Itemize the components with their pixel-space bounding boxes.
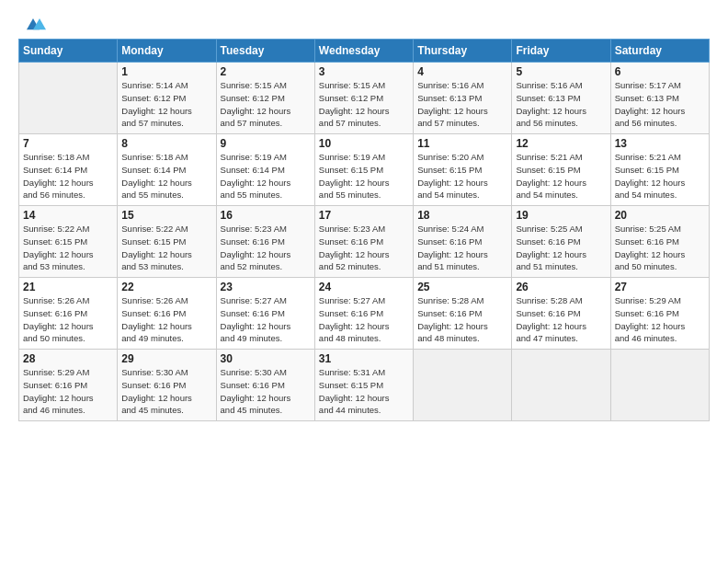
calendar-cell: 10Sunrise: 5:19 AM Sunset: 6:15 PM Dayli… bbox=[314, 134, 413, 206]
calendar-cell: 19Sunrise: 5:25 AM Sunset: 6:16 PM Dayli… bbox=[512, 206, 610, 278]
day-info: Sunrise: 5:15 AM Sunset: 6:12 PM Dayligh… bbox=[319, 79, 409, 130]
day-number: 16 bbox=[221, 209, 311, 222]
day-info: Sunrise: 5:31 AM Sunset: 6:15 PM Dayligh… bbox=[319, 366, 409, 417]
calendar-cell: 27Sunrise: 5:29 AM Sunset: 6:16 PM Dayli… bbox=[610, 278, 709, 350]
calendar-cell: 8Sunrise: 5:18 AM Sunset: 6:14 PM Daylig… bbox=[118, 134, 216, 206]
col-header-friday: Friday bbox=[512, 40, 610, 63]
week-row-0: 1Sunrise: 5:14 AM Sunset: 6:12 PM Daylig… bbox=[19, 63, 710, 134]
day-info: Sunrise: 5:24 AM Sunset: 6:16 PM Dayligh… bbox=[417, 223, 507, 273]
col-header-tuesday: Tuesday bbox=[216, 40, 314, 63]
calendar-cell: 16Sunrise: 5:23 AM Sunset: 6:16 PM Dayli… bbox=[216, 206, 314, 278]
calendar-cell: 3Sunrise: 5:15 AM Sunset: 6:12 PM Daylig… bbox=[314, 63, 413, 134]
day-info: Sunrise: 5:21 AM Sunset: 6:15 PM Dayligh… bbox=[615, 151, 705, 201]
day-number: 20 bbox=[615, 209, 705, 222]
day-info: Sunrise: 5:28 AM Sunset: 6:16 PM Dayligh… bbox=[417, 294, 507, 345]
col-header-saturday: Saturday bbox=[610, 40, 709, 63]
calendar-cell: 22Sunrise: 5:26 AM Sunset: 6:16 PM Dayli… bbox=[118, 278, 216, 350]
calendar-cell: 13Sunrise: 5:21 AM Sunset: 6:15 PM Dayli… bbox=[610, 134, 709, 206]
day-number: 25 bbox=[417, 281, 507, 293]
calendar-cell bbox=[512, 350, 610, 421]
logo-bird-icon bbox=[20, 15, 46, 33]
day-info: Sunrise: 5:16 AM Sunset: 6:13 PM Dayligh… bbox=[516, 79, 606, 130]
day-number: 29 bbox=[121, 352, 211, 365]
day-number: 1 bbox=[121, 65, 211, 78]
day-info: Sunrise: 5:28 AM Sunset: 6:16 PM Dayligh… bbox=[516, 294, 606, 345]
day-number: 12 bbox=[516, 137, 606, 150]
calendar-cell: 5Sunrise: 5:16 AM Sunset: 6:13 PM Daylig… bbox=[512, 63, 610, 134]
col-header-monday: Monday bbox=[118, 40, 216, 63]
calendar-table: SundayMondayTuesdayWednesdayThursdayFrid… bbox=[18, 39, 710, 421]
day-info: Sunrise: 5:18 AM Sunset: 6:14 PM Dayligh… bbox=[23, 151, 113, 201]
calendar-cell: 26Sunrise: 5:28 AM Sunset: 6:16 PM Dayli… bbox=[512, 278, 610, 350]
day-number: 18 bbox=[417, 209, 507, 222]
calendar-cell bbox=[610, 350, 709, 421]
calendar-cell: 20Sunrise: 5:25 AM Sunset: 6:16 PM Dayli… bbox=[610, 206, 709, 278]
day-info: Sunrise: 5:26 AM Sunset: 6:16 PM Dayligh… bbox=[121, 294, 211, 345]
day-info: Sunrise: 5:20 AM Sunset: 6:15 PM Dayligh… bbox=[417, 151, 507, 201]
day-info: Sunrise: 5:29 AM Sunset: 6:16 PM Dayligh… bbox=[615, 294, 705, 345]
day-number: 30 bbox=[221, 352, 311, 365]
calendar-cell: 17Sunrise: 5:23 AM Sunset: 6:16 PM Dayli… bbox=[314, 206, 413, 278]
calendar-cell: 21Sunrise: 5:26 AM Sunset: 6:16 PM Dayli… bbox=[19, 278, 118, 350]
day-info: Sunrise: 5:27 AM Sunset: 6:16 PM Dayligh… bbox=[221, 294, 311, 345]
calendar-cell: 6Sunrise: 5:17 AM Sunset: 6:13 PM Daylig… bbox=[610, 63, 709, 134]
week-row-1: 7Sunrise: 5:18 AM Sunset: 6:14 PM Daylig… bbox=[19, 134, 710, 206]
calendar-cell: 7Sunrise: 5:18 AM Sunset: 6:14 PM Daylig… bbox=[19, 134, 118, 206]
day-info: Sunrise: 5:23 AM Sunset: 6:16 PM Dayligh… bbox=[319, 223, 409, 273]
calendar-cell: 29Sunrise: 5:30 AM Sunset: 6:16 PM Dayli… bbox=[118, 350, 216, 421]
calendar-cell: 23Sunrise: 5:27 AM Sunset: 6:16 PM Dayli… bbox=[216, 278, 314, 350]
day-info: Sunrise: 5:17 AM Sunset: 6:13 PM Dayligh… bbox=[615, 79, 705, 130]
calendar-cell: 2Sunrise: 5:15 AM Sunset: 6:12 PM Daylig… bbox=[216, 63, 314, 134]
day-number: 31 bbox=[319, 352, 409, 365]
day-number: 7 bbox=[23, 137, 113, 150]
day-info: Sunrise: 5:21 AM Sunset: 6:15 PM Dayligh… bbox=[516, 151, 606, 201]
day-number: 14 bbox=[23, 209, 113, 222]
page-header bbox=[18, 15, 710, 29]
col-header-wednesday: Wednesday bbox=[314, 40, 413, 63]
day-number: 27 bbox=[615, 281, 705, 293]
day-info: Sunrise: 5:25 AM Sunset: 6:16 PM Dayligh… bbox=[516, 223, 606, 273]
day-number: 21 bbox=[23, 281, 113, 293]
calendar-cell: 9Sunrise: 5:19 AM Sunset: 6:14 PM Daylig… bbox=[216, 134, 314, 206]
calendar-cell: 25Sunrise: 5:28 AM Sunset: 6:16 PM Dayli… bbox=[414, 278, 512, 350]
week-row-3: 21Sunrise: 5:26 AM Sunset: 6:16 PM Dayli… bbox=[19, 278, 710, 350]
day-number: 22 bbox=[121, 281, 211, 293]
day-number: 24 bbox=[319, 281, 409, 293]
day-number: 5 bbox=[516, 65, 606, 78]
day-number: 10 bbox=[319, 137, 409, 150]
day-info: Sunrise: 5:19 AM Sunset: 6:14 PM Dayligh… bbox=[221, 151, 311, 201]
day-info: Sunrise: 5:22 AM Sunset: 6:15 PM Dayligh… bbox=[23, 223, 113, 273]
day-info: Sunrise: 5:30 AM Sunset: 6:16 PM Dayligh… bbox=[221, 366, 311, 417]
day-info: Sunrise: 5:16 AM Sunset: 6:13 PM Dayligh… bbox=[417, 79, 507, 130]
day-info: Sunrise: 5:14 AM Sunset: 6:12 PM Dayligh… bbox=[121, 79, 211, 130]
logo bbox=[18, 15, 46, 29]
col-header-thursday: Thursday bbox=[414, 40, 512, 63]
day-number: 28 bbox=[23, 352, 113, 365]
calendar-cell: 4Sunrise: 5:16 AM Sunset: 6:13 PM Daylig… bbox=[414, 63, 512, 134]
calendar-cell: 18Sunrise: 5:24 AM Sunset: 6:16 PM Dayli… bbox=[414, 206, 512, 278]
day-info: Sunrise: 5:27 AM Sunset: 6:16 PM Dayligh… bbox=[319, 294, 409, 345]
day-number: 17 bbox=[319, 209, 409, 222]
day-number: 3 bbox=[319, 65, 409, 78]
day-info: Sunrise: 5:26 AM Sunset: 6:16 PM Dayligh… bbox=[23, 294, 113, 345]
calendar-cell bbox=[19, 63, 118, 134]
calendar-cell: 14Sunrise: 5:22 AM Sunset: 6:15 PM Dayli… bbox=[19, 206, 118, 278]
day-number: 8 bbox=[121, 137, 211, 150]
calendar-cell: 24Sunrise: 5:27 AM Sunset: 6:16 PM Dayli… bbox=[314, 278, 413, 350]
day-info: Sunrise: 5:30 AM Sunset: 6:16 PM Dayligh… bbox=[121, 366, 211, 417]
day-number: 13 bbox=[615, 137, 705, 150]
calendar-cell bbox=[414, 350, 512, 421]
calendar-cell: 31Sunrise: 5:31 AM Sunset: 6:15 PM Dayli… bbox=[314, 350, 413, 421]
day-number: 4 bbox=[417, 65, 507, 78]
calendar-cell: 12Sunrise: 5:21 AM Sunset: 6:15 PM Dayli… bbox=[512, 134, 610, 206]
day-number: 2 bbox=[221, 65, 311, 78]
day-info: Sunrise: 5:15 AM Sunset: 6:12 PM Dayligh… bbox=[221, 79, 311, 130]
day-info: Sunrise: 5:23 AM Sunset: 6:16 PM Dayligh… bbox=[221, 223, 311, 273]
day-number: 26 bbox=[516, 281, 606, 293]
day-info: Sunrise: 5:19 AM Sunset: 6:15 PM Dayligh… bbox=[319, 151, 409, 201]
week-row-4: 28Sunrise: 5:29 AM Sunset: 6:16 PM Dayli… bbox=[19, 350, 710, 421]
col-header-sunday: Sunday bbox=[19, 40, 118, 63]
day-info: Sunrise: 5:25 AM Sunset: 6:16 PM Dayligh… bbox=[615, 223, 705, 273]
calendar-cell: 15Sunrise: 5:22 AM Sunset: 6:15 PM Dayli… bbox=[118, 206, 216, 278]
day-info: Sunrise: 5:22 AM Sunset: 6:15 PM Dayligh… bbox=[121, 223, 211, 273]
